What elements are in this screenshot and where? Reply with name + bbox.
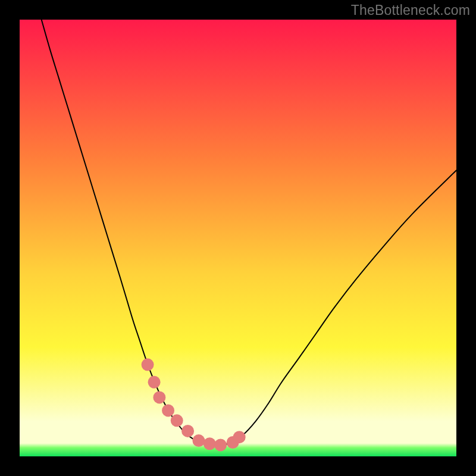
- bottleneck-curve: [42, 20, 456, 446]
- marker-dot: [203, 437, 216, 450]
- marker-dot: [192, 434, 205, 447]
- marker-dot: [162, 404, 174, 416]
- chart-frame: TheBottleneck.com: [0, 0, 476, 476]
- marker-dot: [181, 425, 194, 437]
- marker-dot: [171, 414, 183, 427]
- watermark-text: TheBottleneck.com: [351, 2, 470, 18]
- marker-dot: [214, 439, 227, 451]
- marker-dot: [148, 376, 161, 389]
- curve-layer: [20, 20, 456, 456]
- marker-dot: [142, 358, 154, 371]
- plot-area: [20, 20, 456, 456]
- marker-dot: [233, 431, 246, 443]
- marker-dot: [153, 391, 165, 403]
- curve-markers: [142, 358, 246, 451]
